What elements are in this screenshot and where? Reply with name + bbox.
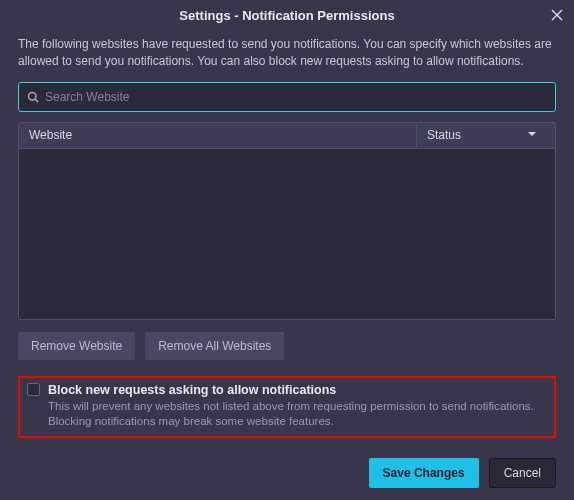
websites-table: Website Status — [18, 122, 556, 320]
column-header-website[interactable]: Website — [19, 123, 417, 148]
block-new-label[interactable]: Block new requests asking to allow notif… — [48, 383, 336, 397]
remove-all-websites-button[interactable]: Remove All Websites — [145, 332, 284, 360]
column-header-status-label: Status — [427, 128, 461, 142]
chevron-down-icon — [527, 128, 537, 142]
window-title: Settings - Notification Permissions — [179, 8, 394, 23]
cancel-button[interactable]: Cancel — [489, 458, 556, 488]
table-header-row: Website Status — [19, 123, 555, 149]
search-input[interactable] — [39, 90, 547, 104]
search-field[interactable] — [18, 82, 556, 112]
titlebar: Settings - Notification Permissions — [0, 0, 574, 30]
close-button[interactable] — [548, 6, 566, 24]
close-icon — [550, 8, 564, 22]
table-body — [19, 149, 555, 319]
svg-line-3 — [35, 99, 38, 102]
svg-point-2 — [29, 92, 37, 100]
search-icon — [27, 91, 39, 103]
description-text: The following websites have requested to… — [18, 36, 556, 70]
column-header-status[interactable]: Status — [417, 123, 555, 148]
block-new-description: This will prevent any websites not liste… — [48, 399, 547, 430]
column-header-website-label: Website — [29, 128, 72, 142]
remove-website-button[interactable]: Remove Website — [18, 332, 135, 360]
block-new-checkbox[interactable] — [27, 383, 40, 396]
save-changes-button[interactable]: Save Changes — [369, 458, 479, 488]
block-new-requests-section: Block new requests asking to allow notif… — [18, 376, 556, 438]
